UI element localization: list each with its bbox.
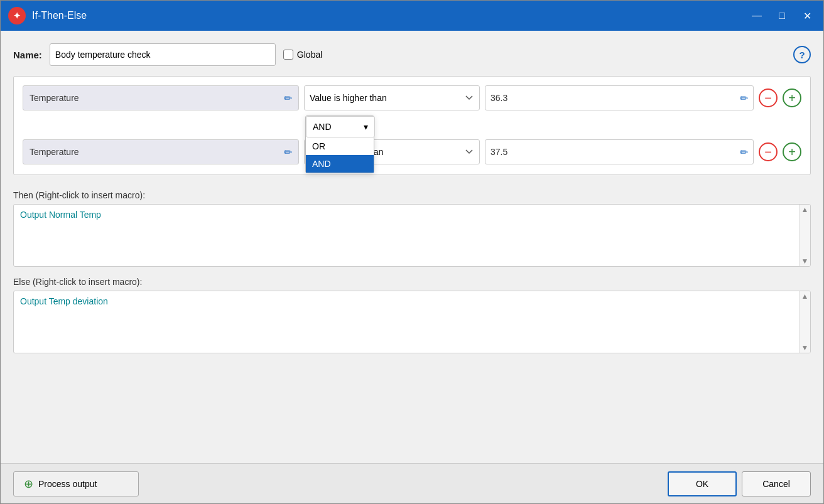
if-then-else-dialog: ✦ If-Then-Else — □ ✕ Name: Global ? Temp… bbox=[0, 0, 824, 504]
maximize-button[interactable]: □ bbox=[773, 7, 791, 24]
logic-dropdown: AND ▾ OR AND bbox=[305, 115, 374, 173]
global-label: Global bbox=[297, 50, 322, 60]
global-checkbox[interactable] bbox=[283, 50, 293, 60]
then-scroll-down[interactable]: ▼ bbox=[801, 257, 809, 265]
value-1-text: 36.3 bbox=[491, 93, 507, 103]
else-scrollbar: ▲ ▼ bbox=[799, 291, 810, 353]
condition-row-1: Temperature ✏ Value is higher than 36.3 … bbox=[23, 85, 801, 110]
bottom-bar: ⊕ Process output OK Cancel bbox=[1, 463, 823, 503]
remove-condition-2-button[interactable]: − bbox=[759, 142, 778, 161]
name-row: Name: Global ? bbox=[13, 43, 811, 66]
minimize-button[interactable]: — bbox=[748, 7, 766, 24]
else-label: Else (Right-click to insert macro): bbox=[13, 277, 811, 287]
condition-variable-2: Temperature ✏ bbox=[23, 139, 299, 164]
then-section: Then (Right-click to insert macro): Outp… bbox=[13, 190, 811, 267]
value-2-text: 37.5 bbox=[491, 147, 507, 157]
cancel-button[interactable]: Cancel bbox=[742, 471, 811, 496]
logic-select-btn[interactable]: AND ▾ bbox=[306, 116, 375, 137]
conditions-block: Temperature ✏ Value is higher than 36.3 … bbox=[13, 76, 811, 175]
variable-1-label: Temperature bbox=[30, 93, 79, 103]
dialog-content: Name: Global ? Temperature ✏ Value is hi… bbox=[1, 31, 823, 463]
edit-variable-2-icon[interactable]: ✏ bbox=[284, 146, 292, 158]
logic-selected-label: AND bbox=[313, 122, 332, 132]
logic-option-or[interactable]: OR bbox=[306, 137, 374, 155]
close-button[interactable]: ✕ bbox=[798, 7, 816, 24]
else-textarea-container: Output Temp deviation ▲ ▼ bbox=[13, 291, 811, 353]
then-scroll-up[interactable]: ▲ bbox=[801, 206, 809, 213]
then-textarea[interactable]: Output Normal Temp bbox=[14, 205, 799, 266]
then-scrollbar: ▲ ▼ bbox=[799, 205, 810, 266]
condition-value-1: 36.3 ✏ bbox=[485, 85, 754, 110]
edit-value-2-icon[interactable]: ✏ bbox=[740, 146, 748, 158]
help-button[interactable]: ? bbox=[793, 46, 811, 63]
then-textarea-container: Output Normal Temp ▲ ▼ bbox=[13, 204, 811, 267]
then-label: Then (Right-click to insert macro): bbox=[13, 190, 811, 200]
action-buttons: OK Cancel bbox=[668, 471, 811, 496]
global-checkbox-wrap: Global bbox=[283, 50, 322, 60]
title-bar: ✦ If-Then-Else — □ ✕ bbox=[1, 1, 823, 31]
window-controls: — □ ✕ bbox=[748, 7, 816, 24]
logic-chevron-icon: ▾ bbox=[364, 122, 368, 132]
process-output-plus-icon: ⊕ bbox=[24, 477, 33, 491]
process-output-button[interactable]: ⊕ Process output bbox=[13, 471, 139, 496]
else-textarea[interactable]: Output Temp deviation bbox=[14, 291, 799, 353]
condition-variable-1: Temperature ✏ bbox=[23, 85, 299, 110]
variable-2-label: Temperature bbox=[30, 147, 79, 157]
logic-option-and[interactable]: AND bbox=[306, 155, 374, 173]
dialog-title: If-Then-Else bbox=[32, 10, 742, 21]
name-input[interactable] bbox=[50, 43, 276, 66]
app-icon: ✦ bbox=[8, 7, 26, 24]
condition-operator-1[interactable]: Value is higher than bbox=[304, 85, 480, 110]
remove-condition-1-button[interactable]: − bbox=[759, 88, 778, 107]
condition-row-2: Temperature ✏ Value is lower than 37.5 ✏… bbox=[23, 139, 801, 164]
ok-button[interactable]: OK bbox=[668, 471, 737, 496]
else-scroll-up[interactable]: ▲ bbox=[801, 292, 809, 300]
else-scroll-down[interactable]: ▼ bbox=[801, 344, 809, 351]
add-condition-1-button[interactable]: + bbox=[783, 88, 801, 107]
name-label: Name: bbox=[13, 50, 42, 60]
process-output-label: Process output bbox=[38, 479, 97, 489]
edit-value-1-icon[interactable]: ✏ bbox=[740, 92, 748, 104]
add-condition-2-button[interactable]: + bbox=[783, 142, 801, 161]
condition-value-2: 37.5 ✏ bbox=[485, 139, 754, 164]
edit-variable-1-icon[interactable]: ✏ bbox=[284, 92, 292, 104]
else-section: Else (Right-click to insert macro): Outp… bbox=[13, 277, 811, 353]
